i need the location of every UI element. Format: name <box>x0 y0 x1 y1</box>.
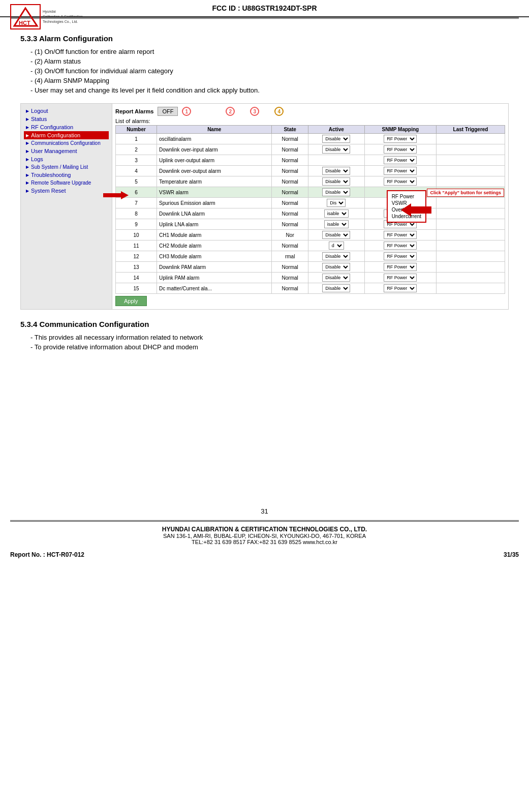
table-row: 11CH2 Module alarmNormaldRF Power <box>116 240 505 251</box>
table-row: 8Downlink LNA alarmNormalisableRF Power <box>116 208 505 219</box>
cell-number: 11 <box>116 240 157 251</box>
snmp-select[interactable]: RF Power <box>384 284 417 292</box>
col-header-number: Number <box>116 126 157 134</box>
sidebar-item-status[interactable]: Status <box>24 115 109 123</box>
snmp-select[interactable]: RF Power <box>384 231 417 239</box>
cell-name: oscillatinalarm <box>157 134 272 144</box>
apply-button[interactable]: Apply <box>115 296 147 306</box>
footer-contact: TEL:+82 31 639 8517 FAX:+82 31 639 8525 … <box>10 539 519 545</box>
header-divider <box>10 17 519 19</box>
cell-snmp: RF Power <box>364 230 436 240</box>
cell-state: Normal <box>272 262 308 273</box>
section-533: 5.3.3 Alarm Configuration - (1) On/Off f… <box>20 34 509 94</box>
cell-name: Downlink over-input alarm <box>157 144 272 155</box>
sidebar-item-comm-config[interactable]: Communications Configuration <box>24 139 109 147</box>
cell-state: rmal <box>272 251 308 262</box>
footer-company: HYUNDAI CALIBRATION & CERTIFICATION TECH… <box>10 526 519 533</box>
list-item: - (3) On/Off function for individual ala… <box>30 67 509 75</box>
cell-state: Normal <box>272 134 308 144</box>
active-select[interactable]: Disable <box>322 167 350 175</box>
active-select[interactable]: Dis <box>327 199 346 207</box>
alarm-table: Number Name State Active SNMP Mapping La… <box>115 125 505 294</box>
active-select[interactable]: Disable <box>322 284 350 292</box>
cell-name: Downlink over-output alarm <box>157 166 272 176</box>
table-row: 14Uplink PAM alarmNormalDisableRF Power <box>116 273 505 283</box>
snmp-select[interactable]: RF Power <box>384 242 417 250</box>
list-item: - User may set and change its level per … <box>30 86 509 94</box>
active-select[interactable]: Disable <box>322 231 350 239</box>
active-select[interactable]: isable <box>324 220 349 228</box>
active-select[interactable]: d <box>329 242 344 250</box>
active-select[interactable]: Disable <box>322 177 350 186</box>
snmp-select[interactable]: RF Power <box>384 177 417 186</box>
svg-text:HCT: HCT <box>19 20 30 26</box>
cell-state: Normal <box>272 155 308 166</box>
footer-address: SAN 136-1, AMI-RI, BUBAL-EUP, ICHEON-SI,… <box>10 533 519 539</box>
active-select[interactable]: Disable <box>322 145 350 154</box>
cell-triggered <box>437 176 505 187</box>
cell-active: Dis <box>308 198 364 208</box>
active-select[interactable]: Disable <box>322 263 350 271</box>
snmp-select[interactable]: RF Power <box>384 145 417 154</box>
cell-triggered <box>437 198 505 208</box>
snmp-select[interactable]: RF Power <box>384 252 417 260</box>
cell-name: Uplink PAM alarm <box>157 273 272 283</box>
snmp-select[interactable]: RF Power <box>384 274 417 282</box>
cell-triggered <box>437 155 505 166</box>
cell-state: Normal <box>272 219 308 230</box>
snmp-select[interactable]: RF Power <box>384 135 417 143</box>
sidebar-item-user-mgmt[interactable]: User Management <box>24 147 109 155</box>
snmp-select[interactable]: RF Power <box>384 263 417 271</box>
snmp-select[interactable]: RF Power <box>384 167 417 175</box>
col-header-name: Name <box>157 126 272 134</box>
active-select[interactable]: Disable <box>322 252 350 260</box>
report-number: Report No. : HCT-R07-012 <box>10 551 84 558</box>
svg-marker-2 <box>103 191 129 199</box>
sidebar-item-logs[interactable]: Logs <box>24 155 109 163</box>
circle-4: 4 <box>274 107 284 116</box>
alarm-config-screenshot: Logout Status RF Configuration Alarm Con… <box>20 103 509 310</box>
sidebar-item-logout[interactable]: Logout <box>24 107 109 115</box>
active-select[interactable]: Disable <box>322 135 350 143</box>
table-row: 15Dc matter/Current ala...NormalDisableR… <box>116 283 505 294</box>
col-header-triggered: Last Triggered <box>437 126 505 134</box>
logo-area: HCT HyundaiCalibration & CertificationTe… <box>10 4 83 29</box>
active-select[interactable]: isable <box>324 209 349 218</box>
sidebar-item-system-reset[interactable]: System Reset <box>24 187 109 195</box>
table-row: 13Downlink PAM alarmNormalDisableRF Powe… <box>116 262 505 273</box>
cell-triggered <box>437 144 505 155</box>
active-select[interactable]: Disable <box>322 188 350 196</box>
circle-3: 3 <box>250 107 259 116</box>
cell-snmp: RF Power <box>364 273 436 283</box>
active-select[interactable]: Disable <box>322 274 350 282</box>
cell-name: VSWR alarm <box>157 187 272 198</box>
cell-snmp: RF Power <box>364 155 436 166</box>
footer: HYUNDAI CALIBRATION & CERTIFICATION TECH… <box>10 520 519 549</box>
sidebar: Logout Status RF Configuration Alarm Con… <box>21 104 112 309</box>
cell-active: isable <box>308 219 364 230</box>
cell-name: Downlink PAM alarm <box>157 262 272 273</box>
apply-annotation: Click "Apply" button for settings <box>427 189 504 197</box>
sidebar-item-remote-sw[interactable]: Remote Software Upgrade <box>24 179 109 187</box>
off-button[interactable]: OFF <box>158 107 178 116</box>
sidebar-item-troubleshoot[interactable]: Troubleshooting <box>24 171 109 179</box>
cell-active: Disable <box>308 166 364 176</box>
cell-snmp: RF Power <box>364 166 436 176</box>
cell-state: Normal <box>272 283 308 294</box>
cell-number: 14 <box>116 273 157 283</box>
sidebar-item-sub-system[interactable]: Sub System / Mailing List <box>24 163 109 171</box>
sidebar-item-alarm-config[interactable]: Alarm Configuration <box>24 131 109 139</box>
section-533-list: - (1) On/Off function for entire alarm r… <box>30 48 509 94</box>
sidebar-item-rf-config[interactable]: RF Configuration <box>24 123 109 131</box>
snmp-select[interactable]: RF Power <box>384 156 417 164</box>
table-row: 2Downlink over-input alarmNormalDisableR… <box>116 144 505 155</box>
cell-number: 9 <box>116 219 157 230</box>
dropdown-option-rfpower[interactable]: RF Power <box>390 193 423 200</box>
apply-arrow <box>401 202 431 219</box>
cell-name: CH1 Module alarm <box>157 230 272 240</box>
cell-number: 4 <box>116 166 157 176</box>
cell-triggered <box>437 251 505 262</box>
red-arrow-indicator <box>103 190 129 202</box>
table-row: 9Uplink LNA alarmNormalisableRF Power <box>116 219 505 230</box>
cell-name: Downlink LNA alarm <box>157 208 272 219</box>
